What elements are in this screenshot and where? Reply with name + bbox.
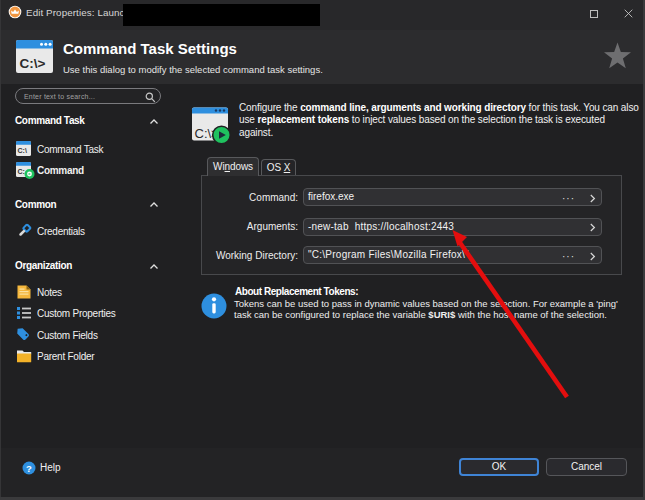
svg-text:C:\>: C:\> — [20, 56, 46, 71]
svg-text:C:\: C:\ — [18, 147, 27, 154]
svg-text:?: ? — [26, 463, 32, 474]
svg-text:C:: C: — [18, 168, 25, 175]
